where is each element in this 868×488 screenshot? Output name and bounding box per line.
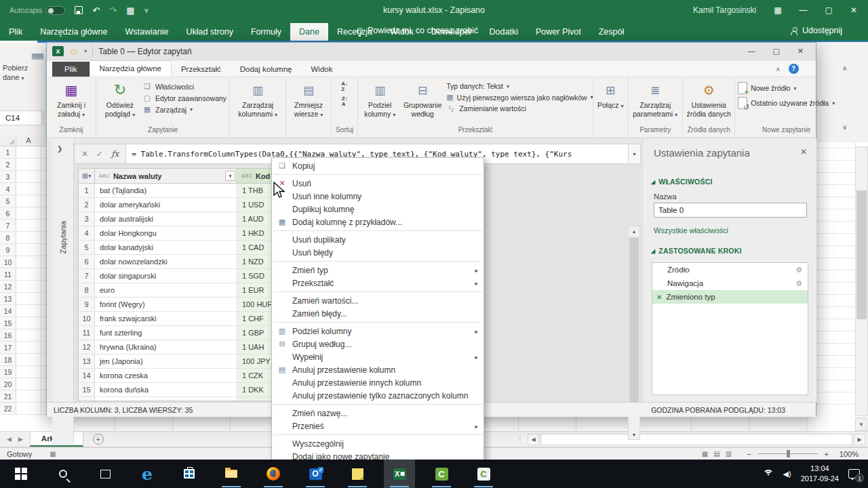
row-number[interactable]: 9 bbox=[0, 244, 16, 256]
first-row-headers-button[interactable]: ▦Użyj pierwszego wiersza jako nagłówków … bbox=[446, 93, 590, 102]
ribbon-options-icon[interactable]: ▦ bbox=[774, 5, 781, 15]
view-layout-icon[interactable]: ▤ bbox=[713, 450, 719, 458]
group-by-button[interactable]: ⊟ Grupowanie według bbox=[400, 80, 445, 118]
wifi-icon[interactable] bbox=[763, 470, 774, 478]
scrollbar-track[interactable] bbox=[540, 434, 852, 445]
excel-grid-row[interactable]: 19 bbox=[0, 366, 46, 378]
excel-grid-row[interactable]: 18 bbox=[0, 354, 46, 366]
excel-vertical-scrollbar[interactable] bbox=[855, 146, 868, 416]
split-column-button[interactable]: ▥ Podziel kolumny ▾ bbox=[361, 80, 399, 118]
camtasia-button[interactable]: C bbox=[426, 460, 457, 488]
grid-cell[interactable] bbox=[16, 268, 41, 280]
context-menu-item[interactable]: ▸ bbox=[272, 432, 484, 437]
query-name-input[interactable]: Table 0 bbox=[654, 203, 807, 218]
restore-icon[interactable]: ▢ bbox=[825, 5, 833, 15]
applied-step[interactable]: ✕ Nawigacja ⚙ bbox=[652, 277, 808, 290]
row-number[interactable]: 14 bbox=[79, 369, 95, 382]
grid-cell[interactable] bbox=[16, 354, 41, 365]
applied-steps-section-header[interactable]: ◢ ZASTOSOWANE KROKI bbox=[651, 247, 742, 255]
manage-parameters-button[interactable]: ≣ Zarządzaj parametrami ▾ bbox=[631, 80, 679, 118]
row-number[interactable]: 18 bbox=[0, 354, 16, 365]
cell-currency-name[interactable]: korona islandzka bbox=[95, 397, 237, 401]
table-row[interactable]: 10 frank szwajcarski 1 CHF bbox=[79, 312, 297, 326]
excel-grid-row[interactable]: 10 bbox=[0, 256, 46, 268]
outlook-button[interactable]: O bbox=[300, 460, 331, 488]
row-number[interactable]: 6 bbox=[79, 255, 95, 268]
start-button[interactable] bbox=[5, 460, 37, 488]
excel-grid-row[interactable]: 11 bbox=[0, 268, 46, 281]
excel-tab[interactable]: Wstawianie bbox=[117, 23, 178, 41]
context-menu-item[interactable]: Anuluj przestawienie tylko zaznaczonych … bbox=[272, 389, 484, 402]
excel-tab[interactable]: Narzędzia główne bbox=[31, 23, 116, 41]
table-row[interactable]: 4 dolar Hongkongu 1 HKD bbox=[79, 226, 297, 241]
excel-tab[interactable]: Power Pivot bbox=[527, 23, 590, 41]
macro-record-icon[interactable]: ▦ bbox=[50, 450, 56, 458]
row-number[interactable]: 4 bbox=[0, 183, 16, 195]
filter-icon[interactable]: ▾ bbox=[225, 171, 235, 181]
context-menu-item[interactable]: Usuń błędy ▸ bbox=[272, 246, 484, 259]
column-header-nazwa-waluty[interactable]: ABC Nazwa waluty ▾ bbox=[95, 169, 237, 183]
row-number[interactable]: 5 bbox=[0, 195, 16, 207]
task-view-button[interactable] bbox=[90, 460, 121, 488]
manage-button[interactable]: ▦Zarządzaj ▾ bbox=[142, 105, 226, 114]
table-row[interactable]: 3 dolar australijski 1 AUD bbox=[79, 212, 297, 226]
excel-tab[interactable]: Plik bbox=[0, 23, 31, 41]
row-number[interactable]: 15 bbox=[0, 317, 16, 329]
context-menu-item[interactable]: Anuluj przestawienie innych kolumn ▸ bbox=[272, 376, 484, 389]
excel-grid-row[interactable]: 1 bbox=[0, 146, 46, 159]
ribbon-collapse-icon[interactable]: ∧ bbox=[776, 66, 781, 73]
new-source-button[interactable]: +Nowe źródło ▾ bbox=[738, 82, 835, 94]
excel-grid-row[interactable]: 6 bbox=[0, 207, 46, 220]
row-number[interactable]: 7 bbox=[0, 220, 16, 231]
cell-currency-name[interactable]: dolar australijski bbox=[95, 212, 237, 226]
table-row[interactable]: 11 funt szterling 1 GBP bbox=[79, 326, 297, 340]
context-menu-item[interactable]: Wypełnij ▸ bbox=[272, 350, 484, 363]
row-number[interactable]: 22 bbox=[0, 403, 16, 414]
close-icon[interactable]: ✕ bbox=[850, 5, 857, 15]
undo-icon[interactable]: ↶ bbox=[92, 5, 100, 16]
grid-cell[interactable] bbox=[16, 366, 41, 378]
row-number[interactable]: 6 bbox=[0, 207, 16, 219]
grid-cell[interactable] bbox=[16, 244, 41, 256]
excel-tab[interactable]: Zespół bbox=[590, 23, 633, 41]
grid-cell[interactable] bbox=[16, 403, 41, 414]
context-menu-item[interactable]: Przekształć ▸ bbox=[272, 277, 484, 289]
redo-icon[interactable]: ↷ bbox=[109, 5, 117, 16]
excel-grid-row[interactable]: 7 bbox=[0, 220, 46, 232]
row-number[interactable]: 15 bbox=[79, 383, 95, 396]
row-number[interactable]: 8 bbox=[79, 283, 95, 297]
grid-cell[interactable] bbox=[16, 317, 41, 329]
row-number[interactable]: 2 bbox=[0, 159, 16, 170]
cell-currency-name[interactable]: hrywna (Ukraina) bbox=[95, 340, 237, 354]
excel-grid-row[interactable]: 9 bbox=[0, 244, 46, 256]
row-number[interactable]: 20 bbox=[0, 378, 16, 390]
settings-close-icon[interactable]: ✕ bbox=[800, 147, 807, 157]
table-row[interactable]: 9 forint (Węgry) 100 HUF bbox=[79, 298, 297, 312]
context-menu-item[interactable]: Zamień wartości... ▸ bbox=[272, 294, 484, 307]
autosave-toggle[interactable]: Autozapis bbox=[9, 6, 65, 15]
notification-center-icon[interactable]: 1 bbox=[848, 469, 860, 479]
help-icon[interactable]: ? bbox=[789, 64, 799, 74]
context-menu-item[interactable]: Usuń duplikaty ▸ bbox=[272, 233, 484, 246]
formula-cancel-icon[interactable]: ✕ bbox=[81, 149, 88, 159]
scroll-chevron-down-icon[interactable]: ∨ bbox=[842, 123, 847, 131]
close-and-load-button[interactable]: ▦ Zamknij i załaduj ▾ bbox=[50, 80, 93, 118]
excel-grid-row[interactable]: 12 bbox=[0, 281, 46, 293]
search-button[interactable] bbox=[47, 460, 79, 488]
pq-tab[interactable]: Dodaj kolumnę bbox=[231, 62, 302, 77]
zoom-out-button[interactable]: − bbox=[747, 450, 751, 458]
view-break-icon[interactable]: ▥ bbox=[726, 450, 732, 458]
pq-tab[interactable]: Przekształć bbox=[172, 62, 231, 77]
excel-grid-row[interactable]: 8 bbox=[0, 232, 46, 244]
context-menu-item[interactable]: ✕ Usuń ▸ bbox=[272, 177, 484, 190]
feedback-smiley-icon[interactable]: ☺ bbox=[69, 46, 79, 57]
pq-tab[interactable]: Plik bbox=[52, 62, 90, 77]
context-menu-item[interactable]: ▸ bbox=[272, 320, 484, 325]
chevron-down-icon[interactable]: ▾ bbox=[84, 48, 87, 54]
sheet-prev-icon[interactable]: ◀ bbox=[7, 436, 12, 443]
sort-ascending-button[interactable]: A↓Z bbox=[341, 81, 348, 92]
excel-grid-row[interactable]: 22 bbox=[0, 403, 46, 415]
grid-cell[interactable] bbox=[16, 146, 41, 158]
row-number[interactable]: 9 bbox=[79, 298, 95, 311]
advanced-editor-button[interactable]: ▢Edytor zaawansowany bbox=[142, 94, 226, 102]
